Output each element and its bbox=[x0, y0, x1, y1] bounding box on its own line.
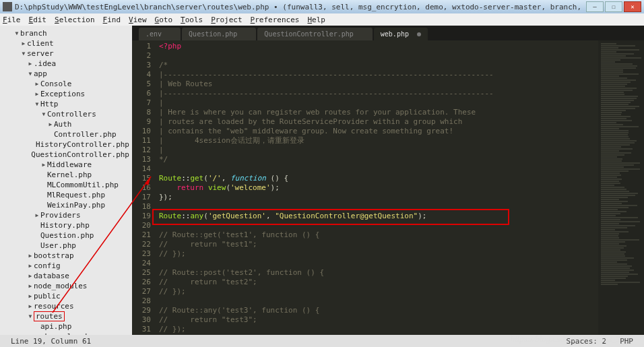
folder-arrow-icon[interactable] bbox=[27, 303, 34, 309]
code-line[interactable]: // }); bbox=[156, 325, 644, 334]
tab-question-php[interactable]: Question.php bbox=[182, 28, 256, 40]
folder-arrow-icon[interactable] bbox=[27, 253, 34, 259]
code-line[interactable]: // }); bbox=[156, 249, 644, 259]
code-line[interactable] bbox=[156, 51, 644, 61]
menu-tools[interactable]: Tools bbox=[181, 15, 203, 24]
folder-arrow-icon[interactable] bbox=[47, 121, 54, 127]
folder-arrow-icon[interactable] bbox=[40, 111, 47, 117]
tab-questioncontroller-php[interactable]: QuestionController.php bbox=[257, 28, 372, 40]
code-line[interactable]: | routes are loaded by the RouteServiceP… bbox=[156, 117, 644, 127]
code-line[interactable]: | contains the "web" middleware group. N… bbox=[156, 127, 644, 136]
tree-item[interactable]: Console bbox=[0, 79, 132, 89]
tree-item[interactable]: server bbox=[0, 49, 132, 59]
code-line[interactable]: // return "test3"; bbox=[156, 315, 644, 325]
code-line[interactable] bbox=[156, 202, 644, 212]
code-line[interactable]: <?php bbox=[156, 42, 644, 51]
code-line[interactable]: // return "test1"; bbox=[156, 240, 644, 249]
tree-item[interactable]: database bbox=[0, 271, 132, 281]
tree-item[interactable]: Middleware bbox=[0, 160, 132, 170]
menu-help[interactable]: Help bbox=[307, 15, 325, 24]
tree-item[interactable]: History.php bbox=[0, 220, 132, 230]
code-line[interactable]: */ bbox=[156, 155, 644, 164]
code[interactable]: <?php/*|--------------------------------… bbox=[156, 40, 644, 335]
tree-item[interactable]: Controller.php bbox=[0, 129, 132, 139]
code-line[interactable]: // Route::get('test1', function () { bbox=[156, 230, 644, 240]
minimize-button[interactable]: — bbox=[586, 1, 604, 12]
menu-preferences[interactable]: Preferences bbox=[251, 15, 300, 24]
folder-arrow-icon[interactable] bbox=[27, 61, 34, 67]
tree-item[interactable]: channels.php bbox=[0, 332, 132, 335]
code-line[interactable] bbox=[156, 259, 644, 268]
tree-item[interactable]: public bbox=[0, 291, 132, 301]
code-line[interactable]: |---------------------------------------… bbox=[156, 70, 644, 80]
code-line[interactable]: | Here is where you can register web rou… bbox=[156, 108, 644, 117]
menu-edit[interactable]: Edit bbox=[29, 15, 47, 24]
code-line[interactable]: // return "test2"; bbox=[156, 278, 644, 287]
code-line[interactable]: /* bbox=[156, 61, 644, 70]
close-button[interactable]: ✕ bbox=[624, 1, 641, 12]
folder-arrow-icon[interactable] bbox=[40, 162, 47, 168]
tree-item[interactable]: MlRequest.php bbox=[0, 190, 132, 200]
code-line[interactable]: // Route::post('test2', function () { bbox=[156, 268, 644, 278]
tree-item[interactable]: User.php bbox=[0, 241, 132, 251]
code-line[interactable]: |---------------------------------------… bbox=[156, 89, 644, 98]
tree-item[interactable]: HistoryController.php bbox=[0, 139, 132, 150]
tree-item[interactable]: resources bbox=[0, 301, 132, 311]
sidebar[interactable]: branchclientserver.ideaappConsoleExcepti… bbox=[0, 26, 132, 335]
tree-item[interactable]: Providers bbox=[0, 210, 132, 220]
tree-item[interactable]: bootstrap bbox=[0, 251, 132, 261]
status-lang[interactable]: PHP bbox=[613, 337, 640, 346]
menu-goto[interactable]: Goto bbox=[155, 15, 173, 24]
code-line[interactable]: }); bbox=[156, 193, 644, 202]
folder-arrow-icon[interactable] bbox=[27, 71, 34, 77]
code-line[interactable]: | bbox=[156, 146, 644, 155]
tree-item[interactable]: client bbox=[0, 38, 132, 49]
tab--env[interactable]: .env bbox=[139, 28, 181, 40]
code-line[interactable]: | 4session会话过期，请重新登录 bbox=[156, 136, 644, 146]
tree-item[interactable]: MLCommomUtil.php bbox=[0, 180, 132, 190]
code-area[interactable]: 1234567891011121314151617181920212223242… bbox=[132, 40, 644, 335]
code-line[interactable] bbox=[156, 296, 644, 306]
folder-arrow-icon[interactable] bbox=[13, 30, 20, 36]
code-line[interactable]: | Web Routes bbox=[156, 80, 644, 89]
menu-selection[interactable]: Selection bbox=[55, 15, 95, 24]
tree-item[interactable]: Controllers bbox=[0, 109, 132, 119]
tree-item[interactable]: Auth bbox=[0, 119, 132, 129]
tree-item[interactable]: Http bbox=[0, 99, 132, 109]
folder-arrow-icon[interactable] bbox=[27, 273, 34, 279]
tab-web-php[interactable]: web.php bbox=[374, 28, 428, 40]
tree-item[interactable]: .idea bbox=[0, 59, 132, 69]
folder-arrow-icon[interactable] bbox=[27, 293, 34, 299]
folder-arrow-icon[interactable] bbox=[34, 91, 40, 97]
tree-item[interactable]: QuestionController.php bbox=[0, 150, 132, 160]
code-line[interactable] bbox=[156, 334, 644, 335]
status-spaces[interactable]: Spaces: 2 bbox=[560, 337, 614, 346]
folder-arrow-icon[interactable] bbox=[34, 101, 40, 107]
folder-arrow-icon[interactable] bbox=[27, 313, 34, 319]
folder-arrow-icon[interactable] bbox=[20, 40, 27, 46]
code-line[interactable] bbox=[156, 164, 644, 174]
menu-view[interactable]: View bbox=[129, 15, 147, 24]
code-line[interactable]: Route::any('getQuestion', "QuestionContr… bbox=[156, 212, 644, 221]
folder-arrow-icon[interactable] bbox=[27, 283, 34, 289]
code-line[interactable]: | bbox=[156, 98, 644, 108]
status-position[interactable]: Line 19, Column 61 bbox=[4, 337, 98, 346]
code-line[interactable]: // Route::any('test3', function () { bbox=[156, 306, 644, 315]
folder-arrow-icon[interactable] bbox=[27, 263, 34, 269]
tree-item[interactable]: node_modules bbox=[0, 281, 132, 291]
maximize-button[interactable]: ☐ bbox=[605, 1, 622, 12]
tree-item[interactable]: WeixinPay.php bbox=[0, 200, 132, 210]
tree-item[interactable]: branch bbox=[0, 28, 132, 38]
tree-item[interactable]: config bbox=[0, 261, 132, 271]
code-line[interactable]: Route::get('/', function () { bbox=[156, 174, 644, 183]
menu-find[interactable]: Find bbox=[103, 15, 121, 24]
tree-item[interactable]: api.php bbox=[0, 321, 132, 332]
code-line[interactable]: // }); bbox=[156, 287, 644, 296]
folder-arrow-icon[interactable] bbox=[34, 212, 40, 218]
folder-arrow-icon[interactable] bbox=[20, 51, 27, 57]
code-line[interactable]: return view('welcome'); bbox=[156, 183, 644, 193]
tree-item[interactable]: routes bbox=[0, 311, 132, 321]
code-line[interactable] bbox=[156, 221, 644, 230]
tree-item[interactable]: app bbox=[0, 69, 132, 79]
tree-item[interactable]: Kernel.php bbox=[0, 170, 132, 180]
